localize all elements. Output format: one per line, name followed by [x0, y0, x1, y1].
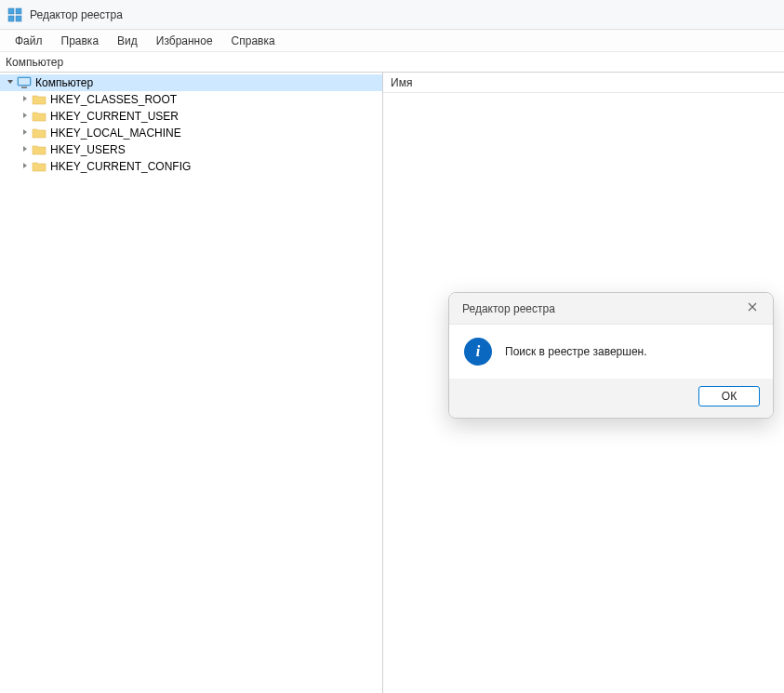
tree-item-label: HKEY_CLASSES_ROOT — [50, 93, 177, 106]
menu-help[interactable]: Справка — [224, 33, 283, 49]
registry-icon — [7, 7, 22, 22]
dialog-message: Поиск в реестре завершен. — [505, 345, 647, 358]
folder-icon — [32, 142, 47, 157]
svg-rect-3 — [16, 16, 21, 21]
tree-item-hkcc[interactable]: HKEY_CURRENT_CONFIG — [0, 158, 382, 175]
ok-button[interactable]: ОК — [698, 386, 760, 406]
list-header[interactable]: Имя — [383, 73, 784, 93]
chevron-right-icon[interactable] — [19, 94, 32, 105]
tree-root[interactable]: Компьютер — [0, 74, 382, 91]
folder-icon — [32, 159, 47, 174]
address-bar[interactable]: Компьютер — [0, 52, 784, 73]
tree-panel[interactable]: Компьютер HKEY_CLASSES_ROOT HKEY_CURRENT… — [0, 73, 383, 693]
folder-icon — [32, 92, 47, 107]
menubar: Файл Правка Вид Избранное Справка — [0, 30, 784, 52]
chevron-right-icon[interactable] — [19, 161, 32, 172]
computer-icon — [17, 75, 32, 90]
tree-item-hkcr[interactable]: HKEY_CLASSES_ROOT — [0, 91, 382, 108]
dialog-body: i Поиск в реестре завершен. — [449, 325, 773, 379]
close-icon — [747, 301, 758, 315]
list-header-name: Имя — [391, 76, 412, 89]
tree-item-hklm[interactable]: HKEY_LOCAL_MACHINE — [0, 125, 382, 141]
tree-item-hkcu[interactable]: HKEY_CURRENT_USER — [0, 108, 382, 125]
tree-item-label: HKEY_CURRENT_USER — [50, 110, 179, 123]
window-title: Редактор реестра — [30, 8, 123, 21]
tree-item-label: HKEY_LOCAL_MACHINE — [50, 127, 181, 140]
folder-icon — [32, 109, 47, 124]
tree-item-label: HKEY_CURRENT_CONFIG — [50, 160, 191, 173]
window-titlebar: Редактор реестра — [0, 0, 784, 30]
dialog-titlebar: Редактор реестра — [449, 293, 773, 325]
info-icon: i — [464, 338, 492, 366]
message-dialog: Редактор реестра i Поиск в реестре завер… — [448, 292, 774, 419]
svg-rect-2 — [8, 16, 14, 21]
folder-icon — [32, 126, 47, 140]
svg-rect-6 — [21, 87, 27, 88]
chevron-right-icon[interactable] — [19, 111, 32, 122]
chevron-down-icon[interactable] — [4, 77, 17, 88]
chevron-right-icon[interactable] — [19, 127, 32, 139]
chevron-right-icon[interactable] — [19, 144, 32, 155]
svg-rect-0 — [8, 8, 14, 14]
svg-rect-1 — [16, 8, 21, 14]
dialog-title: Редактор реестра — [462, 302, 555, 315]
menu-view[interactable]: Вид — [110, 33, 145, 49]
tree-root-label: Компьютер — [35, 76, 93, 89]
dialog-footer: ОК — [449, 379, 773, 418]
svg-rect-5 — [19, 78, 30, 85]
tree-item-hku[interactable]: HKEY_USERS — [0, 141, 382, 158]
menu-file[interactable]: Файл — [7, 33, 50, 49]
menu-edit[interactable]: Правка — [54, 33, 107, 49]
address-path: Компьютер — [6, 56, 63, 69]
tree-item-label: HKEY_USERS — [50, 143, 126, 156]
close-button[interactable] — [741, 298, 764, 320]
menu-favorites[interactable]: Избранное — [149, 33, 220, 49]
